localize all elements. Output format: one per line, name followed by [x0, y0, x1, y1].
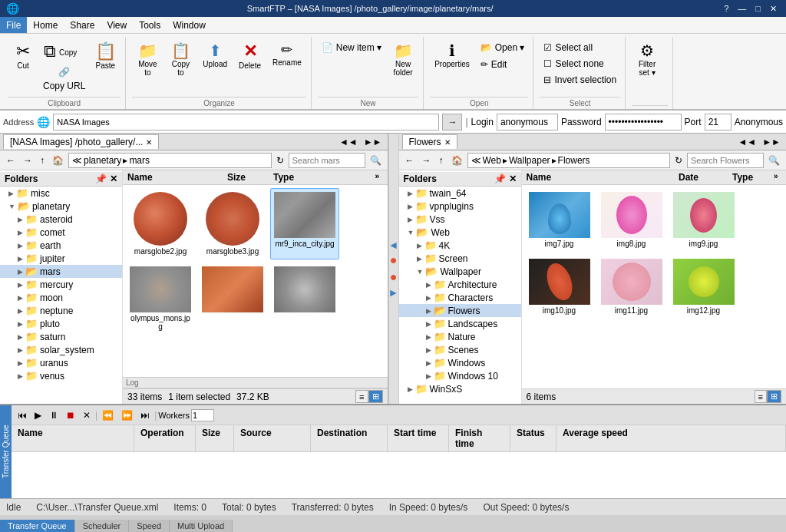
file-item-img10[interactable]: img10.jpg	[525, 255, 594, 319]
move-to-button[interactable]: 📁 Moveto	[132, 40, 163, 80]
transfer-first-btn[interactable]: ⏮	[15, 408, 30, 422]
panel-splitter[interactable]: ◄ ● ● ►	[388, 134, 399, 404]
right-back-button[interactable]: ←	[402, 154, 418, 167]
col-type[interactable]: Type	[269, 172, 375, 183]
left-search-input[interactable]	[289, 153, 365, 168]
filter-set-button[interactable]: ⚙ Filterset ▾	[632, 40, 662, 80]
maximize-button[interactable]: □	[752, 4, 764, 14]
tree-item-nature[interactable]: ▶ 📁 Nature	[399, 330, 521, 343]
tree-item-mercury[interactable]: ▶ 📁 mercury	[0, 278, 122, 291]
left-search-button[interactable]: 🔍	[367, 154, 385, 167]
tree-item-windows-folder[interactable]: ▶ 📁 Windows	[399, 356, 521, 369]
left-forward-button[interactable]: →	[20, 154, 35, 167]
file-item-img7[interactable]: img7.jpg	[525, 188, 594, 252]
delete-button[interactable]: ✕ Delete	[234, 40, 266, 73]
tree-item-wallpaper[interactable]: ▼ 📂 Wallpaper	[399, 265, 521, 278]
workers-input[interactable]	[191, 409, 214, 421]
file-item-olympus[interactable]: olympus_mons.jpg	[126, 263, 195, 335]
right-refresh-button[interactable]: ↻	[672, 154, 685, 167]
tree-item-moon[interactable]: ▶ 📁 moon	[0, 291, 122, 304]
transfer-next-btn[interactable]: ⏩	[118, 408, 136, 422]
right-tree-close[interactable]: ✕	[509, 173, 517, 184]
copy-to-button[interactable]: 📋 Copyto	[165, 40, 196, 80]
menu-home[interactable]: Home	[27, 17, 64, 33]
file-item-mars6[interactable]	[270, 263, 339, 335]
left-thumbnail-view-btn[interactable]: ⊞	[368, 390, 383, 403]
tree-item-flowers[interactable]: ▶ 📂 Flowers	[399, 304, 521, 317]
right-col-date[interactable]: Date	[674, 172, 728, 183]
transfer-last-btn[interactable]: ⏭	[137, 408, 153, 422]
password-input[interactable]	[605, 114, 682, 131]
right-tab-close[interactable]: ✕	[444, 138, 451, 147]
right-expand-cols[interactable]: »	[774, 172, 786, 183]
left-tree-pin[interactable]: 📌	[95, 173, 107, 184]
right-path-web[interactable]: Web	[483, 155, 501, 166]
select-none-button[interactable]: ☐ Select none	[540, 56, 620, 71]
right-col-name[interactable]: Name	[522, 172, 675, 183]
splitter-left-arrow[interactable]: ◄	[388, 240, 399, 250]
left-path-display[interactable]: ≪ planetary ▸ mars	[68, 153, 272, 168]
th-size[interactable]: Size	[196, 425, 234, 451]
th-status[interactable]: Status	[510, 425, 556, 451]
left-tree-close[interactable]: ✕	[110, 173, 117, 184]
tab-multi-upload[interactable]: Multi Upload	[170, 520, 233, 532]
right-nav-left[interactable]: ◄◄	[735, 136, 758, 148]
tree-item-vss[interactable]: ▶ 📁 Vss	[399, 213, 521, 226]
splitter-down-arrow[interactable]: ●	[390, 270, 398, 284]
right-up-button[interactable]: ↑	[436, 154, 447, 167]
tree-item-jupiter[interactable]: ▶ 📁 jupiter	[0, 252, 122, 265]
edit-button[interactable]: ✏ Edit	[477, 57, 529, 72]
th-start-time[interactable]: Start time	[388, 425, 449, 451]
file-item-marsglobe3[interactable]: marsglobe3.jpg	[198, 188, 267, 259]
right-path-wallpaper[interactable]: Wallpaper	[509, 155, 550, 166]
select-all-button[interactable]: ☑ Select all	[540, 40, 620, 55]
right-details-view-btn[interactable]: ≡	[755, 390, 767, 403]
th-destination[interactable]: Destination	[311, 425, 388, 451]
tree-item-asteroid[interactable]: ▶ 📁 asteroid	[0, 213, 122, 226]
tree-item-venus[interactable]: ▶ 📁 venus	[0, 369, 122, 382]
tree-item-windows10[interactable]: ▶ 📁 Windows 10	[399, 369, 521, 382]
tree-item-web[interactable]: ▼ 📂 Web	[399, 226, 521, 239]
left-panel-tab[interactable]: [NASA Images] /photo_gallery/... ✕	[3, 134, 159, 149]
login-input[interactable]	[497, 114, 558, 131]
transfer-prev-btn[interactable]: ⏪	[99, 408, 117, 422]
menu-file[interactable]: File	[0, 17, 27, 33]
left-nav-left[interactable]: ◄◄	[337, 136, 360, 148]
transfer-stop-btn[interactable]: ⏹	[63, 408, 78, 422]
right-search-input[interactable]	[687, 153, 764, 168]
file-item-img9[interactable]: img9.jpg	[669, 188, 738, 252]
tree-item-planetary[interactable]: ▼ 📂 planetary	[0, 200, 122, 213]
left-back-button[interactable]: ←	[3, 154, 18, 167]
left-tab-close[interactable]: ✕	[146, 138, 152, 147]
right-panel-tab[interactable]: Flowers ✕	[402, 134, 457, 149]
left-path-segment-1[interactable]: planetary	[84, 155, 121, 166]
tree-item-solar-system[interactable]: ▶ 📁 solar_system	[0, 343, 122, 356]
tree-item-4k[interactable]: ▶ 📁 4K	[399, 239, 521, 252]
tree-item-mars[interactable]: ▶ 📂 mars	[0, 265, 122, 278]
tree-item-characters[interactable]: ▶ 📁 Characters	[399, 291, 521, 304]
transfer-pause-btn[interactable]: ⏸	[46, 408, 61, 422]
transfer-remove-btn[interactable]: ✕	[80, 408, 94, 422]
col-size[interactable]: Size	[223, 172, 269, 183]
window-controls[interactable]: ? — □ ✕	[721, 4, 780, 14]
address-input[interactable]	[53, 114, 439, 131]
tree-item-comet[interactable]: ▶ 📁 comet	[0, 226, 122, 239]
file-item-img12[interactable]: img12.jpg	[669, 255, 738, 319]
tree-item-earth[interactable]: ▶ 📁 earth	[0, 239, 122, 252]
right-search-button[interactable]: 🔍	[765, 154, 783, 167]
left-home-button[interactable]: 🏠	[49, 154, 67, 167]
right-home-button[interactable]: 🏠	[448, 154, 466, 167]
right-tree-pin[interactable]: 📌	[494, 173, 506, 184]
right-path-flowers[interactable]: Flowers	[558, 155, 590, 166]
tree-item-misc[interactable]: ▶ 📁 misc	[0, 187, 122, 200]
tree-item-neptune[interactable]: ▶ 📁 neptune	[0, 304, 122, 317]
tree-item-uranus[interactable]: ▶ 📁 uranus	[0, 356, 122, 369]
menu-view[interactable]: View	[101, 17, 133, 33]
port-input[interactable]	[705, 114, 732, 131]
close-button[interactable]: ✕	[767, 4, 780, 14]
col-name[interactable]: Name	[123, 172, 223, 183]
rename-button[interactable]: ✏ Rename	[268, 40, 306, 70]
invert-selection-button[interactable]: ⊟ Invert selection	[540, 72, 620, 88]
menu-window[interactable]: Window	[167, 17, 212, 33]
tree-item-architecture[interactable]: ▶ 📁 Architecture	[399, 278, 521, 291]
